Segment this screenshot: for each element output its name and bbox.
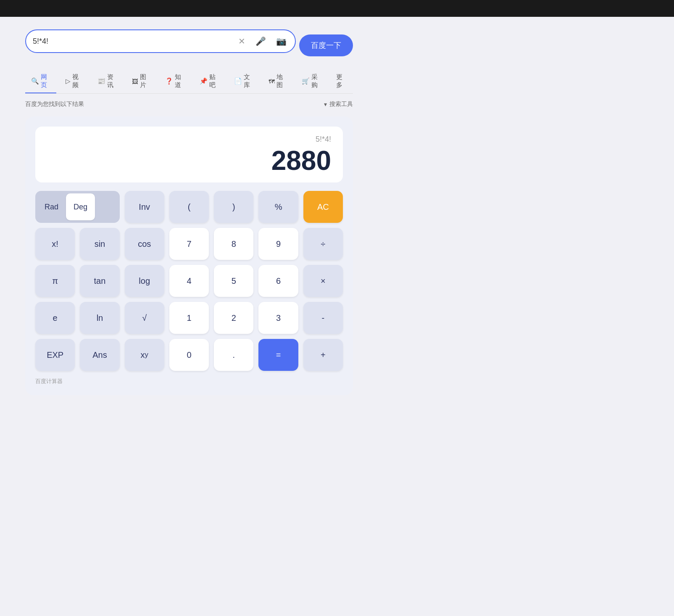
ans-button[interactable]: Ans xyxy=(80,339,119,371)
webpage-icon: 🔍 xyxy=(31,77,39,85)
open-paren-button[interactable]: ( xyxy=(169,191,209,223)
tab-map[interactable]: 🗺 地图 xyxy=(263,70,292,93)
search-tools-label: 搜索工具 xyxy=(329,100,353,108)
pi-button[interactable]: π xyxy=(35,265,75,297)
5-button[interactable]: 5 xyxy=(214,265,253,297)
percent-button[interactable]: % xyxy=(258,191,298,223)
video-icon: ▷ xyxy=(66,77,71,85)
tab-tieba[interactable]: 📌 贴吧 xyxy=(194,70,225,93)
factorial-button[interactable]: x! xyxy=(35,228,75,260)
calc-display: 5!*4! 2880 xyxy=(35,127,343,182)
log-button[interactable]: log xyxy=(125,265,164,297)
deg-button[interactable]: Deg xyxy=(66,193,95,220)
tab-image[interactable]: 🖼 图片 xyxy=(126,70,156,93)
result-info: 百度为您找到以下结果 xyxy=(25,100,84,108)
sqrt-button[interactable]: √ xyxy=(125,302,164,334)
search-input[interactable] xyxy=(33,37,237,46)
3-button[interactable]: 3 xyxy=(258,302,298,334)
tab-shop[interactable]: 🛒 采购 xyxy=(296,70,327,93)
top-bar xyxy=(0,0,674,17)
2-button[interactable]: 2 xyxy=(214,302,253,334)
rad-button[interactable]: Rad xyxy=(37,193,66,220)
tab-zhidao[interactable]: ❓ 知道 xyxy=(159,70,190,93)
wenku-icon: 📄 xyxy=(234,77,242,85)
7-button[interactable]: 7 xyxy=(169,228,209,260)
filter-icon: ▾ xyxy=(324,101,327,108)
cos-button[interactable]: cos xyxy=(125,228,164,260)
4-button[interactable]: 4 xyxy=(169,265,209,297)
tieba-icon: 📌 xyxy=(200,77,208,85)
ln-button[interactable]: ln xyxy=(80,302,119,334)
calc-expression: 5!*4! xyxy=(316,135,331,144)
8-button[interactable]: 8 xyxy=(214,228,253,260)
search-tools[interactable]: ▾ 搜索工具 xyxy=(324,100,353,108)
minus-button[interactable]: - xyxy=(303,302,343,334)
camera-icon[interactable]: 📷 xyxy=(274,34,288,48)
image-icon: 🖼 xyxy=(132,78,138,85)
equals-button[interactable]: = xyxy=(258,339,298,371)
calc-result: 2880 xyxy=(271,147,331,174)
6-button[interactable]: 6 xyxy=(258,265,298,297)
nav-tabs: 🔍 网页 ▷ 视频 📰 资讯 🖼 图片 ❓ 知道 📌 贴吧 📄 文库 🗺 xyxy=(25,70,353,94)
close-paren-button[interactable]: ) xyxy=(214,191,253,223)
0-button[interactable]: 0 xyxy=(169,339,209,371)
zhidao-icon: ❓ xyxy=(165,77,173,85)
calc-footer-label: 百度计算器 xyxy=(35,378,63,384)
1-button[interactable]: 1 xyxy=(169,302,209,334)
calculator-widget: 5!*4! 2880 Rad Deg Inv ( ) % AC x! sin c… xyxy=(25,116,353,395)
shop-icon: 🛒 xyxy=(302,77,310,85)
map-icon: 🗺 xyxy=(269,78,275,85)
rad-deg-toggle: Rad Deg xyxy=(35,191,120,223)
mic-icon[interactable]: 🎤 xyxy=(254,34,268,48)
calc-buttons: Rad Deg Inv ( ) % AC x! sin cos 7 8 9 ÷ … xyxy=(35,191,343,371)
clear-icon[interactable]: ✕ xyxy=(237,34,247,48)
plus-button[interactable]: + xyxy=(303,339,343,371)
tab-video[interactable]: ▷ 视频 xyxy=(60,70,88,93)
tan-button[interactable]: tan xyxy=(80,265,119,297)
news-icon: 📰 xyxy=(97,77,105,85)
result-bar: 百度为您找到以下结果 ▾ 搜索工具 xyxy=(25,100,353,108)
search-button[interactable]: 百度一下 xyxy=(299,34,353,56)
euler-button[interactable]: e xyxy=(35,302,75,334)
inv-button[interactable]: Inv xyxy=(125,191,164,223)
exp-button[interactable]: EXP xyxy=(35,339,75,371)
divide-button[interactable]: ÷ xyxy=(303,228,343,260)
tab-news[interactable]: 📰 资讯 xyxy=(92,70,123,93)
search-icons: ✕ 🎤 📷 xyxy=(237,34,288,48)
sin-button[interactable]: sin xyxy=(80,228,119,260)
tab-wenku[interactable]: 📄 文库 xyxy=(228,70,259,93)
power-button[interactable]: xy xyxy=(125,339,164,371)
page-content: ✕ 🎤 📷 百度一下 🔍 网页 ▷ 视频 📰 资讯 🖼 图片 ❓ 知道 xyxy=(0,17,378,408)
search-bar: ✕ 🎤 📷 xyxy=(25,29,296,53)
9-button[interactable]: 9 xyxy=(258,228,298,260)
tab-more[interactable]: 更多 xyxy=(330,70,353,93)
calc-footer: 百度计算器 xyxy=(35,378,343,385)
ac-button[interactable]: AC xyxy=(303,191,343,223)
multiply-button[interactable]: × xyxy=(303,265,343,297)
dot-button[interactable]: . xyxy=(214,339,253,371)
tab-webpage[interactable]: 🔍 网页 xyxy=(25,70,56,93)
